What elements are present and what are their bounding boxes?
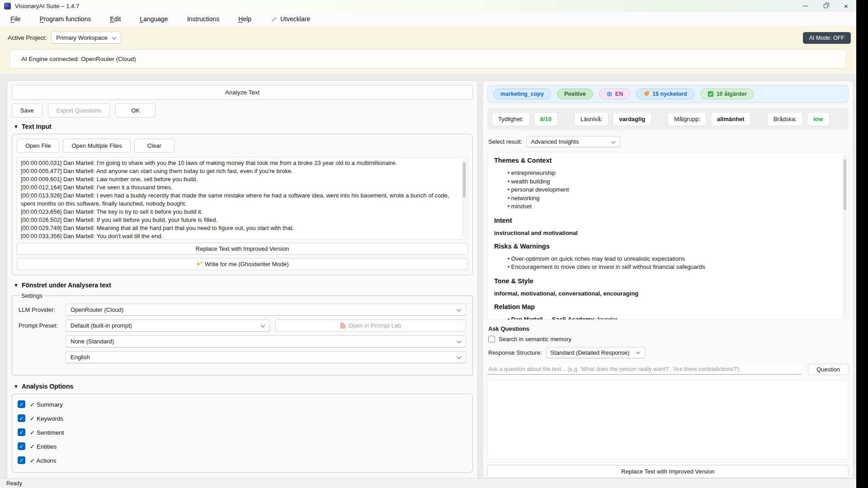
badges-bar: marketing_copy Positive EN 15 nyckelord … [487, 85, 849, 103]
unchecked-checkbox-icon[interactable] [488, 336, 495, 343]
sparkle-icon: ✦ [196, 261, 203, 267]
risk-item: Encouragement to move cities or invest i… [508, 263, 838, 272]
checked-checkbox-icon[interactable]: ✓ [18, 456, 25, 464]
checkbox-row-summary[interactable]: ✓ ✓ Summary [18, 400, 467, 408]
semantic-memory-checkbox-row[interactable]: Search in semantic memory [488, 336, 849, 343]
wrench-icon [270, 16, 277, 23]
response-structure-label: Response Structure: [488, 349, 542, 356]
active-project-label: Active Project: [8, 34, 47, 41]
window-section-header[interactable]: ▼ Fönstret under Analysera text [14, 282, 473, 289]
results-view[interactable]: Themes & Context entrepreneurship wealth… [487, 152, 849, 320]
status-bar: Ready [0, 478, 856, 488]
document-icon [340, 323, 345, 328]
transcript-textarea[interactable]: [00:00:000,031] Dan Martell: I'm going t… [17, 157, 468, 239]
menu-language[interactable]: Language [136, 14, 172, 24]
checked-checkbox-icon[interactable]: ✓ [18, 428, 25, 436]
answer-output [487, 380, 849, 460]
open-prompt-lab-button[interactable]: Open in Prompt Lab [275, 319, 466, 332]
settings-groupbox: Settings LLM Provider: OpenRouter (Cloud… [12, 292, 473, 375]
active-project-select[interactable]: Primary Workspace [51, 32, 121, 44]
risks-heading: Risks & Warnings [494, 243, 838, 250]
text-input-section-header[interactable]: ▼ Text Input [14, 123, 473, 130]
metric-value-readlevel: vardaglig [613, 112, 651, 126]
metric-label: Målgrupp: [668, 112, 707, 126]
ok-button[interactable]: OK [115, 103, 156, 117]
menubar: File Program functions Edit Language Ins… [0, 12, 856, 26]
menu-edit[interactable]: Edit [106, 14, 125, 24]
tone-text: informal, motivational, conversational, … [494, 290, 838, 297]
themes-heading: Themes & Context [494, 157, 838, 164]
text-input-groupbox: Open File Open Multiple Files Clear [00:… [12, 134, 473, 275]
collapse-triangle-icon: ▼ [14, 384, 19, 389]
metric-label: Läsnivå: [574, 112, 609, 126]
ghostwriter-button[interactable]: ✦Write for me (Ghostwriter Mode) [17, 258, 468, 270]
badge-category: marketing_copy [493, 89, 551, 99]
transcript-text: [00:00:000,031] Dan Martell: I'm going t… [21, 159, 459, 239]
clear-button[interactable]: Clear [134, 139, 175, 153]
check-icon [708, 91, 714, 97]
transcript-scrollbar-thumb[interactable] [463, 162, 466, 197]
main-area: Analyze Text Save Export Questions OK ▼ … [0, 74, 856, 483]
llm-provider-select[interactable]: OpenRouter (Cloud) [66, 304, 466, 316]
app-window: VisionaryAI Suite – 1.4.7 × File Program… [0, 0, 856, 488]
question-input[interactable] [487, 364, 802, 375]
menu-instructions[interactable]: Instructions [183, 14, 224, 24]
language-select[interactable]: English [66, 351, 466, 363]
relation-item: Dan Martell → SaaS Academy: founder [508, 315, 838, 320]
results-scrollbar[interactable] [843, 153, 847, 319]
checked-checkbox-icon[interactable]: ✓ [18, 442, 25, 450]
checked-checkbox-icon[interactable]: ✓ [18, 400, 25, 408]
intent-text: instructional and motivational [494, 230, 838, 236]
style-select[interactable]: None (Standard) [66, 335, 466, 347]
menu-program-functions[interactable]: Program functions [36, 14, 95, 24]
tag-icon [643, 91, 650, 97]
checkbox-row-entities[interactable]: ✓ ✓ Entities [18, 442, 467, 450]
select-result-dropdown[interactable]: Advanced Insights [526, 136, 620, 147]
settings-legend: Settings [19, 292, 44, 299]
ai-mode-button[interactable]: AI Mode: OFF [803, 32, 851, 44]
minimize-button[interactable] [795, 0, 816, 12]
analysis-options-header[interactable]: ▼ Analysis Options [14, 383, 473, 390]
transcript-scrollbar[interactable] [462, 159, 467, 238]
badge-sentiment: Positive [557, 89, 593, 99]
collapse-triangle-icon: ▼ [14, 124, 19, 129]
open-file-button[interactable]: Open File [17, 139, 59, 153]
export-questions-button[interactable]: Export Questions [48, 103, 110, 117]
status-text: Ready [6, 480, 22, 487]
app-icon [4, 3, 11, 9]
collapse-triangle-icon: ▼ [14, 282, 19, 288]
titlebar: VisionaryAI Suite – 1.4.7 × [0, 0, 856, 12]
tone-heading: Tone & Style [494, 277, 838, 285]
replace-improved-button-right[interactable]: Replace Text with Improved Version [487, 465, 849, 478]
menu-help[interactable]: Help [234, 14, 255, 24]
theme-item: networking [508, 194, 838, 203]
checkbox-row-actions[interactable]: ✓ ✓ Actions [18, 456, 467, 464]
save-button[interactable]: Save [12, 103, 42, 117]
menu-file[interactable]: File [6, 14, 25, 24]
metric-value-clarity: 8/10 [534, 112, 558, 126]
question-button[interactable]: Question [808, 364, 849, 375]
theme-item: entrepreneurship [508, 169, 838, 178]
replace-improved-button[interactable]: Replace Text with Improved Version [17, 243, 468, 255]
analyze-text-button[interactable]: Analyze Text [12, 85, 473, 100]
checkbox-row-keywords[interactable]: ✓ ✓ Keywords [18, 414, 467, 422]
metric-label: Brådska: [767, 112, 803, 126]
checkbox-row-sentiment[interactable]: ✓ ✓ Sentiment [18, 428, 467, 436]
maximize-button[interactable] [816, 0, 836, 12]
metrics-bar: Tydlighet: 8/10 Läsnivå: vardaglig Målgr… [487, 108, 849, 130]
globe-icon [606, 91, 613, 97]
theme-item: personal development [508, 186, 838, 194]
metric-value-urgency: low [807, 112, 830, 126]
open-multiple-files-button[interactable]: Open Multiple Files [63, 139, 130, 153]
window-title: VisionaryAI Suite – 1.4.7 [15, 3, 79, 9]
intent-heading: Intent [494, 217, 838, 224]
close-button[interactable]: × [836, 0, 856, 12]
checked-checkbox-icon[interactable]: ✓ [18, 414, 25, 422]
results-scrollbar-thumb[interactable] [844, 160, 846, 210]
response-structure-dropdown[interactable]: Standard (Detailed Response) [546, 347, 646, 358]
prompt-preset-select[interactable]: Default (built-in prompt) [66, 319, 270, 332]
menu-utvecklare[interactable]: Utvecklare [266, 14, 314, 24]
ask-questions-header: Ask Questions [488, 325, 849, 332]
risk-item: Over-optimism on quick riches may lead t… [508, 255, 838, 263]
llm-provider-label: LLM Provider: [19, 306, 62, 313]
